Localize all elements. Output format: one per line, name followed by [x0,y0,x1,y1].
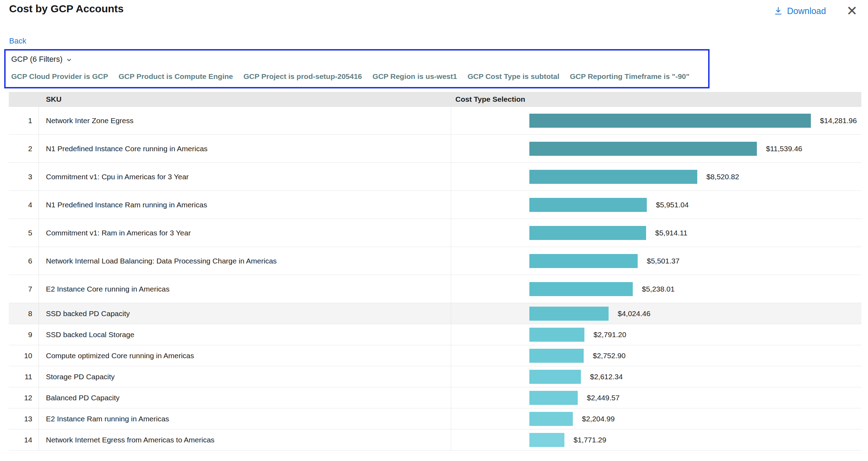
filter-condition: GCP Region is us-west1 [373,72,457,81]
cost-value-label: $5,914.11 [655,229,687,237]
table-header: SKU Cost Type Selection [9,92,861,107]
cost-bar [529,198,647,212]
row-sku: SSD backed Local Storage [39,324,451,345]
table-row[interactable]: 2 N1 Predefined Instance Core running in… [9,135,861,163]
filter-dropdown[interactable]: GCP (6 Filters) [11,55,72,64]
table-row[interactable]: 4 N1 Predefined Instance Ram running in … [9,191,861,219]
row-chart-cell: $5,951.04 [451,191,861,219]
cost-bar [529,391,578,405]
cost-bar [529,328,584,342]
row-number: 14 [9,429,39,450]
row-chart-cell: $14,281.96 [451,107,861,134]
filter-condition: GCP Cost Type is subtotal [468,72,560,81]
table-row[interactable]: 9 SSD backed Local Storage $2,791.20 [9,324,861,345]
row-number: 6 [9,247,39,275]
table-row[interactable]: 10 Compute optimized Core running in Ame… [9,345,861,366]
table-row[interactable]: 6 Network Internal Load Balancing: Data … [9,247,861,275]
row-chart-cell: $2,791.20 [451,324,861,345]
filter-condition: GCP Cloud Provider is GCP [11,72,108,81]
download-icon [774,6,783,15]
cost-value-label: $8,520.82 [706,173,739,181]
table-row[interactable]: 5 Commitment v1: Ram in Americas for 3 Y… [9,219,861,247]
table-row[interactable]: 3 Commitment v1: Cpu in Americas for 3 Y… [9,163,861,191]
row-number: 2 [9,135,39,162]
row-number: 4 [9,191,39,219]
row-sku: Compute optimized Core running in Americ… [39,345,451,366]
row-chart-cell: $5,238.01 [451,275,861,303]
cost-table: SKU Cost Type Selection 1 Network Inter … [9,92,861,450]
table-row[interactable]: 11 Storage PD Capacity $2,612.34 [9,366,861,387]
download-button[interactable]: Download [774,6,826,16]
row-sku: Commitment v1: Cpu in Americas for 3 Yea… [39,163,451,191]
table-row[interactable]: 13 E2 Instance Ram running in Americas $… [9,408,861,429]
row-number: 11 [9,366,39,387]
filter-conditions: GCP Cloud Provider is GCP GCP Product is… [11,72,703,81]
cost-bar [529,226,646,240]
row-chart-cell: $4,024.46 [451,303,861,324]
cost-value-label: $4,024.46 [618,309,650,318]
row-chart-cell: $11,539.46 [451,135,861,162]
cost-value-label: $5,501.37 [647,257,679,265]
back-link[interactable]: Back [9,36,26,46]
cost-value-label: $2,791.20 [594,330,626,339]
cost-bar [529,370,581,384]
cost-value-label: $11,539.46 [766,145,802,153]
row-number: 1 [9,107,39,134]
row-chart-cell: $2,612.34 [451,366,861,387]
row-number: 5 [9,219,39,247]
cost-bar [529,349,584,363]
cost-bar [529,114,811,128]
row-sku: Storage PD Capacity [39,366,451,387]
cost-value-label: $2,204.99 [582,415,615,423]
cost-bar [529,307,609,321]
filter-panel: GCP (6 Filters) GCP Cloud Provider is GC… [4,49,710,88]
row-chart-cell: $2,752.90 [451,345,861,366]
row-chart-cell: $2,449.57 [451,387,861,408]
row-chart-cell: $2,204.99 [451,408,861,429]
filter-dropdown-label: GCP (6 Filters) [11,55,62,64]
cost-value-label: $14,281.96 [820,116,857,125]
row-chart-cell: $5,914.11 [451,219,861,247]
filter-condition: GCP Project is prod-setup-205416 [243,72,362,81]
row-chart-cell: $1,771.29 [451,429,861,450]
chevron-down-icon [66,56,72,63]
cost-value-label: $2,752.90 [593,352,625,360]
filter-condition: GCP Product is Compute Engine [118,72,233,81]
header-sku: SKU [39,95,451,103]
cost-bar [529,170,697,184]
row-sku: N1 Predefined Instance Ram running in Am… [39,191,451,219]
cost-bar [529,142,757,156]
table-body: 1 Network Inter Zone Egress $14,281.96 2… [9,107,861,450]
table-row[interactable]: 8 SSD backed PD Capacity $4,024.46 [9,303,861,324]
row-sku: Network Inter Zone Egress [39,107,451,134]
cost-bar [529,412,573,426]
row-number: 3 [9,163,39,191]
row-number: 12 [9,387,39,408]
row-chart-cell: $8,520.82 [451,163,861,191]
top-actions: Download ✕ [774,4,857,18]
row-sku: Commitment v1: Ram in Americas for 3 Yea… [39,219,451,247]
row-sku: E2 Instance Ram running in Americas [39,408,451,429]
table-row[interactable]: 1 Network Inter Zone Egress $14,281.96 [9,107,861,135]
close-icon[interactable]: ✕ [846,4,857,18]
filter-condition: GCP Reporting Timeframe is "-90" [570,72,689,81]
table-row[interactable]: 14 Network Internet Egress from Americas… [9,429,861,450]
cost-value-label: $5,951.04 [656,201,689,209]
row-number: 7 [9,275,39,303]
row-sku: Network Internal Load Balancing: Data Pr… [39,247,451,275]
download-label: Download [787,6,826,16]
cost-bar [529,282,633,296]
row-sku: Balanced PD Capacity [39,387,451,408]
cost-value-label: $2,612.34 [590,373,623,381]
cost-value-label: $1,771.29 [574,436,606,444]
table-row[interactable]: 7 E2 Instance Core running in Americas $… [9,275,861,303]
cost-value-label: $2,449.57 [587,394,619,402]
header-cost-type-selection: Cost Type Selection [451,95,861,103]
row-number: 10 [9,345,39,366]
table-row[interactable]: 12 Balanced PD Capacity $2,449.57 [9,387,861,408]
row-number: 9 [9,324,39,345]
row-sku: SSD backed PD Capacity [39,303,451,324]
cost-bar [529,433,564,447]
cost-value-label: $5,238.01 [642,285,674,293]
row-sku: E2 Instance Core running in Americas [39,275,451,303]
